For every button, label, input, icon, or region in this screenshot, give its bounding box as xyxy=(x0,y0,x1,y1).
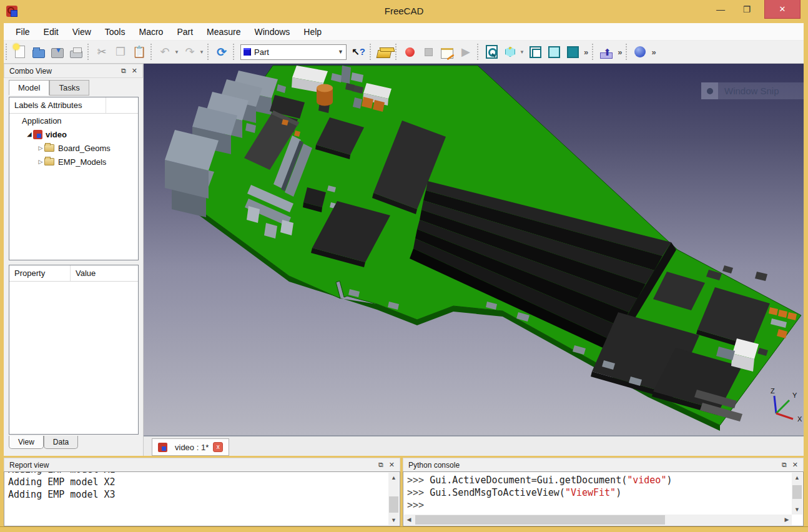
paste-button[interactable]: 📋 xyxy=(130,42,149,61)
toolbar-drag-handle[interactable] xyxy=(150,44,154,60)
whats-this-button[interactable]: ↖? xyxy=(349,42,368,61)
property-header-row: Property Value xyxy=(9,265,138,282)
tab-view[interactable]: View xyxy=(9,436,44,449)
menu-windows[interactable]: Windows xyxy=(248,24,297,39)
isometric-view-button[interactable] xyxy=(526,42,544,61)
expanded-arrow-icon[interactable]: ◢ xyxy=(26,131,33,137)
toolbar-drag-handle[interactable] xyxy=(233,44,236,60)
small-part[interactable] xyxy=(755,272,767,281)
toolbar-group-file xyxy=(11,41,86,63)
macro-stop-button[interactable] xyxy=(419,42,438,61)
print-button[interactable] xyxy=(67,42,86,61)
menu-edit[interactable]: Edit xyxy=(37,24,66,39)
workbench-selector[interactable]: Part ▼ xyxy=(240,44,347,60)
macro-edit-icon xyxy=(441,48,453,59)
copy-button[interactable]: ❐ xyxy=(111,42,130,61)
toolbar-drag-handle[interactable] xyxy=(370,44,373,60)
macro-record-button[interactable] xyxy=(400,42,419,61)
primitives-toolbar-overflow[interactable]: » xyxy=(649,47,658,57)
tree-item-emp_models[interactable]: ▷EMP_Models xyxy=(9,155,138,169)
small-part[interactable] xyxy=(722,265,733,273)
redo-dropdown-arrow[interactable]: ▼ xyxy=(199,49,205,55)
toolbar-group-structure: » xyxy=(597,41,624,63)
toolbar-drag-handle[interactable] xyxy=(626,44,629,60)
window-border-left xyxy=(0,23,4,532)
macro-edit-button[interactable] xyxy=(438,42,456,61)
capacitor-top[interactable] xyxy=(317,84,333,92)
top-view-button[interactable] xyxy=(563,42,582,61)
part-box-button[interactable] xyxy=(375,42,393,61)
tree-item-video[interactable]: ◢video xyxy=(9,127,138,141)
float-panel-icon[interactable]: ⧉ xyxy=(378,461,383,469)
menu-file[interactable]: File xyxy=(9,24,37,39)
close-panel-icon[interactable]: ✕ xyxy=(132,67,137,75)
toolbar-drag-handle[interactable] xyxy=(477,44,480,60)
tab-tasks[interactable]: Tasks xyxy=(49,80,89,96)
python-hscroll-thumb[interactable] xyxy=(415,515,665,525)
toolbar-drag-handle[interactable] xyxy=(395,44,398,60)
document-tab-close-icon[interactable]: x xyxy=(213,442,223,452)
python-console-body[interactable]: >>> Gui.ActiveDocument=Gui.getDocument("… xyxy=(403,471,804,526)
front-view-button[interactable] xyxy=(544,42,563,61)
scroll-up-icon[interactable]: ▲ xyxy=(792,473,802,483)
collapsed-arrow-icon[interactable]: ▷ xyxy=(37,145,44,151)
open-button[interactable] xyxy=(29,42,48,61)
save-button[interactable] xyxy=(48,42,67,61)
redo-button[interactable]: ↷ xyxy=(180,42,199,61)
workbench-selected-label: Part xyxy=(254,47,335,57)
python-console-title: Python console xyxy=(408,461,460,470)
view-toolbar-overflow[interactable]: » xyxy=(582,47,590,57)
export-up-button[interactable] xyxy=(597,42,616,61)
toolbar-drag-handle[interactable] xyxy=(6,44,9,60)
scroll-up-icon[interactable]: ▲ xyxy=(388,473,399,483)
front-cube-icon xyxy=(551,49,560,58)
tree-item-application[interactable]: Application xyxy=(9,114,138,127)
structure-toolbar-overflow[interactable]: » xyxy=(616,47,624,57)
tab-model[interactable]: Model xyxy=(9,80,49,96)
document-tab-video[interactable]: video : 1* x xyxy=(152,438,229,456)
report-scroll-thumb[interactable] xyxy=(389,496,398,513)
scroll-down-icon[interactable]: ▼ xyxy=(388,515,399,525)
close-panel-icon[interactable]: ✕ xyxy=(792,461,798,469)
menu-help[interactable]: Help xyxy=(297,24,328,39)
menu-tools[interactable]: Tools xyxy=(98,24,132,39)
toolbar-drag-handle[interactable] xyxy=(592,44,595,60)
cut-button[interactable]: ✂ xyxy=(92,42,111,61)
python-scroll-thumb[interactable] xyxy=(792,485,802,499)
menu-part[interactable]: Part xyxy=(170,24,200,39)
undo-button[interactable]: ↶ xyxy=(155,42,174,61)
menu-view[interactable]: View xyxy=(66,24,98,39)
float-panel-icon[interactable]: ⧉ xyxy=(782,461,787,469)
close-panel-icon[interactable]: ✕ xyxy=(389,461,395,469)
toolbar-drag-handle[interactable] xyxy=(87,44,91,60)
menu-measure[interactable]: Measure xyxy=(200,24,247,39)
python-vertical-scrollbar[interactable]: ▲ ▼ xyxy=(792,473,802,515)
new-document-button[interactable] xyxy=(11,42,29,61)
minimize-button[interactable]: — xyxy=(708,0,733,19)
tree-item-board_geoms[interactable]: ▷Board_Geoms xyxy=(9,141,138,155)
scroll-right-icon[interactable]: ▶ xyxy=(782,515,792,525)
collapsed-arrow-icon[interactable]: ▷ xyxy=(37,159,44,165)
stop-icon xyxy=(425,48,433,56)
model-tree: Labels & Attributes Application◢video▷Bo… xyxy=(9,97,139,260)
scroll-left-icon[interactable]: ◀ xyxy=(404,515,414,525)
macro-play-button[interactable]: ▶ xyxy=(456,42,475,61)
python-console-panel: Python console ⧉ ✕ >>> Gui.ActiveDocumen… xyxy=(403,458,804,526)
tab-data[interactable]: Data xyxy=(44,436,78,449)
axonometric-view-button[interactable] xyxy=(501,42,520,61)
menu-macro[interactable]: Macro xyxy=(132,24,170,39)
toolbar-drag-handle[interactable] xyxy=(207,44,210,60)
maximize-button[interactable]: ❐ xyxy=(734,0,759,19)
float-panel-icon[interactable]: ⧉ xyxy=(121,67,126,75)
fit-all-button[interactable] xyxy=(482,42,501,61)
view-dropdown-arrow[interactable]: ▼ xyxy=(520,49,526,55)
scroll-down-icon[interactable]: ▼ xyxy=(792,505,802,515)
sphere-button[interactable] xyxy=(631,42,649,61)
refresh-button[interactable]: ⟳ xyxy=(212,42,231,61)
python-horizontal-scrollbar[interactable]: ◀ ▶ xyxy=(404,515,792,525)
close-button[interactable]: ✕ xyxy=(764,0,801,19)
report-vertical-scrollbar[interactable]: ▲ ▼ xyxy=(388,473,399,525)
undo-dropdown-arrow[interactable]: ▼ xyxy=(174,49,180,55)
3d-viewport[interactable]: ZYX Window Snip xyxy=(144,64,804,435)
small-part[interactable] xyxy=(341,66,351,84)
